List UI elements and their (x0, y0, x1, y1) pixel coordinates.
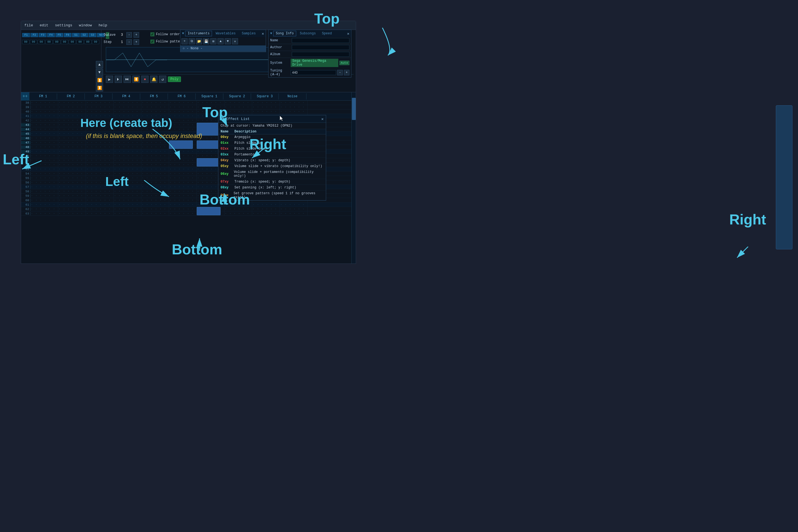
pattern-cell[interactable]: · · · · · · (225, 207, 252, 211)
note-block-3[interactable] (197, 140, 221, 149)
samples-tab[interactable]: Samples (239, 31, 258, 36)
pattern-cell[interactable]: · · · · · · (141, 207, 169, 211)
pattern-cell[interactable]: · · · · · · (31, 118, 58, 122)
pattern-cell[interactable]: · · · · · · (58, 110, 86, 114)
pattern-cell[interactable]: · · · · · · (86, 140, 114, 145)
pattern-cell[interactable]: · · · · · · (225, 110, 252, 114)
pattern-cell[interactable]: · · · · · · (31, 154, 58, 158)
pattern-cell[interactable]: · · · · · · (169, 198, 197, 202)
play-btn[interactable]: ▶ (106, 76, 113, 83)
pattern-cell[interactable]: · · · · · · (31, 163, 58, 167)
ch-f4[interactable]: F4 (47, 33, 55, 37)
pattern-cell[interactable]: · · · · · · (114, 140, 141, 145)
effect-item[interactable]: 06xyVolume slide + portamento (compatibi… (218, 169, 326, 179)
pattern-cell[interactable]: · · · · · · (31, 123, 58, 127)
pattern-cell[interactable]: · · · · · · (58, 132, 86, 136)
pattern-cell[interactable]: · · · · · · (114, 127, 141, 131)
pattern-cell[interactable]: · · · · · · (225, 100, 252, 105)
organize-instrument-btn[interactable]: ⊞ (210, 38, 216, 44)
pattern-cell[interactable]: · · · · · · (280, 105, 307, 109)
pattern-cell[interactable]: · · · · · · (58, 114, 86, 118)
album-input[interactable] (292, 52, 349, 57)
pattern-cell[interactable]: · · · · · · (58, 198, 86, 202)
menu-window[interactable]: window (78, 23, 93, 28)
pattern-cell[interactable]: · · · · · · (141, 127, 169, 131)
pattern-cell[interactable]: · · · · · · (114, 180, 141, 185)
pattern-cell[interactable]: · · · · · · (252, 211, 280, 215)
pattern-row[interactable]: 40· · · · · ·· · · · · ·· · · · · ·· · ·… (21, 110, 356, 114)
pattern-cell[interactable]: · · · · · · (58, 211, 86, 215)
pattern-cell[interactable]: · · · · · · (31, 149, 58, 153)
note-block-6[interactable] (197, 207, 221, 215)
pattern-cell[interactable]: · · · · · · (86, 158, 114, 163)
effect-item[interactable]: 01xxPitch slide up (218, 140, 326, 146)
octave-minus-btn[interactable]: - (126, 32, 132, 38)
pattern-cell[interactable]: · · · · · · (169, 114, 197, 118)
pattern-cell[interactable]: · · · · · · (31, 140, 58, 145)
note-block-5[interactable] (197, 158, 221, 167)
pattern-vscrollbar[interactable] (352, 92, 356, 264)
pattern-cell[interactable]: · · · · · · (197, 105, 225, 109)
pattern-cell[interactable]: · · · · · · (252, 207, 280, 211)
tuning-minus-btn[interactable]: - (337, 70, 343, 75)
pattern-cell[interactable]: · · · · · · (169, 163, 197, 167)
pattern-cell[interactable]: · · · · · · (114, 207, 141, 211)
pattern-cell[interactable]: · · · · · · (141, 185, 169, 189)
pattern-cell[interactable]: · · · · · · (114, 145, 141, 149)
effect-item[interactable]: 07xyTremolo (x: speed; y: depth) (218, 179, 326, 185)
pattern-cell[interactable]: · · · · · · (86, 123, 114, 127)
add-instrument-btn[interactable]: + (182, 38, 188, 44)
subsongs-tab[interactable]: Subsongs (297, 31, 318, 36)
ch-s1[interactable]: S1 (72, 33, 80, 37)
pattern-cell[interactable]: · · · · · · (141, 176, 169, 180)
pattern-cell[interactable]: · · · · · · (141, 198, 169, 202)
step-plus-btn[interactable]: + (134, 39, 139, 45)
pattern-cell[interactable]: · · · · · · (31, 127, 58, 131)
pattern-cell[interactable]: · · · · · · (252, 110, 280, 114)
follow-pattern-checkbox[interactable]: ✓ (150, 40, 154, 43)
pattern-cell[interactable]: · · · · · · (31, 189, 58, 193)
pattern-cell[interactable]: · · · · · · (197, 203, 225, 207)
effect-item[interactable]: 08xySet panning (x: left; y: right) (218, 185, 326, 191)
pattern-cell[interactable]: · · · · · · (58, 127, 86, 131)
pattern-cell[interactable]: · · · · · · (31, 145, 58, 149)
pattern-cell[interactable]: · · · · · · (114, 172, 141, 176)
pattern-row[interactable]: 61· · · · · ·· · · · · ·· · · · · ·· · ·… (21, 203, 356, 207)
pattern-cell[interactable]: · · · · · · (58, 118, 86, 122)
pattern-cell[interactable]: · · · · · · (141, 149, 169, 153)
pattern-cell[interactable]: · · · · · · (114, 211, 141, 215)
pattern-cell[interactable]: · · · · · · (280, 203, 307, 207)
pattern-cell[interactable]: · · · · · · (58, 194, 86, 198)
pattern-row[interactable]: 38· · · · · ·· · · · · ·· · · · · ·· · ·… (21, 100, 356, 105)
pattern-cell[interactable]: · · · · · · (141, 114, 169, 118)
pattern-cell[interactable]: · · · · · · (114, 185, 141, 189)
instruments-close-btn[interactable]: ✕ (262, 31, 264, 36)
auto-button[interactable]: Auto (339, 61, 349, 65)
menu-file[interactable]: file (23, 23, 34, 28)
pattern-cell[interactable]: · · · · · · (169, 158, 197, 163)
pattern-cell[interactable]: · · · · · · (169, 211, 197, 215)
pattern-row[interactable]: 62· · · · · ·· · · · · ·· · · · · ·· · ·… (21, 207, 356, 211)
goto-btn[interactable]: ⏬ (132, 76, 140, 83)
pattern-cell[interactable]: · · · · · · (58, 185, 86, 189)
pattern-cell[interactable]: · · · · · · (58, 180, 86, 185)
pattern-cell[interactable]: · · · · · · (31, 185, 58, 189)
record-btn[interactable]: ● (141, 76, 149, 83)
pattern-cell[interactable]: · · · · · · (58, 167, 86, 171)
pattern-cell[interactable]: · · · · · · (141, 154, 169, 158)
effect-item[interactable]: 00xyArpeggio (218, 134, 326, 140)
pattern-cell[interactable]: · · · · · · (31, 100, 58, 105)
effect-item[interactable]: 05xyVolume slide + vibrato (compatibilit… (218, 164, 326, 169)
pattern-cell[interactable]: · · · · · · (114, 118, 141, 122)
pattern-cell[interactable]: · · · · · · (169, 207, 197, 211)
pattern-cell[interactable]: · · · · · · (141, 140, 169, 145)
pattern-cell[interactable]: · · · · · · (86, 149, 114, 153)
pattern-cell[interactable]: · · · · · · (141, 163, 169, 167)
poly-btn[interactable]: Poly (168, 76, 181, 82)
save-instrument-btn[interactable]: 💾 (203, 38, 209, 44)
pattern-cell[interactable]: · · · · · · (58, 163, 86, 167)
ch-f3[interactable]: F3 (39, 33, 46, 37)
ch-s2[interactable]: S2 (80, 33, 88, 37)
pattern-cell[interactable]: · · · · · · (58, 203, 86, 207)
wavetables-tab[interactable]: Wavetables (213, 31, 238, 36)
